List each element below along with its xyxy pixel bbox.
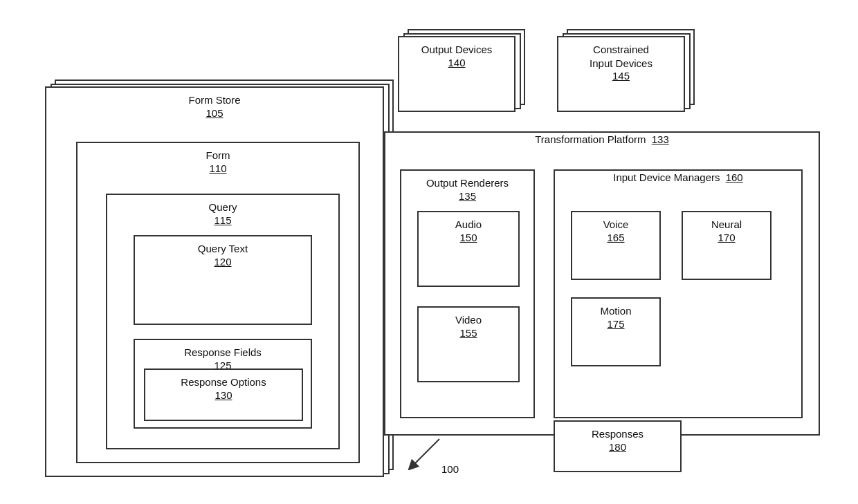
- query-number: 115: [107, 214, 338, 226]
- video-number: 155: [419, 327, 518, 339]
- input-device-managers-box: Input Device Managers 160: [554, 169, 803, 418]
- form-label: Form: [77, 149, 358, 162]
- response-options-number: 130: [145, 389, 302, 401]
- output-renderers-label: Output Renderers: [401, 176, 533, 190]
- transformation-platform-label: Transformation Platform 133: [535, 133, 669, 145]
- responses-label: Responses: [555, 427, 680, 441]
- constrained-input-box: Constrained Input Devices 145: [557, 36, 685, 112]
- response-options-label: Response Options: [145, 375, 302, 389]
- video-box: Video 155: [417, 306, 520, 382]
- response-options-box: Response Options 130: [144, 368, 303, 421]
- neural-box: Neural 170: [682, 211, 772, 280]
- audio-label: Audio: [419, 218, 518, 232]
- output-renderers-number: 135: [401, 190, 533, 202]
- neural-label: Neural: [683, 218, 770, 232]
- neural-number: 170: [683, 232, 770, 243]
- responses-number: 180: [555, 441, 680, 453]
- query-label: Query: [107, 200, 338, 214]
- voice-label: Voice: [572, 218, 659, 232]
- audio-box: Audio 150: [417, 211, 520, 287]
- form-number: 110: [77, 162, 358, 174]
- diagram: Form Store 105 Form 110 Query 115 Query …: [0, 0, 858, 504]
- motion-box: Motion 175: [571, 297, 661, 366]
- responses-box: Responses 180: [554, 420, 682, 472]
- query-text-number: 120: [135, 256, 311, 268]
- diagram-number-label: 100: [441, 463, 459, 475]
- arrow-100: [401, 429, 471, 470]
- constrained-input-label: Constrained Input Devices: [558, 43, 684, 70]
- form-store-number: 105: [46, 107, 383, 119]
- video-label: Video: [419, 313, 518, 327]
- voice-number: 165: [572, 232, 659, 243]
- query-text-box: Query Text 120: [134, 235, 312, 325]
- output-devices-box: Output Devices 140: [398, 36, 515, 112]
- query-text-label: Query Text: [135, 242, 311, 256]
- output-devices-label: Output Devices: [399, 43, 514, 57]
- constrained-input-number: 145: [558, 70, 684, 82]
- motion-number: 175: [572, 318, 659, 330]
- motion-label: Motion: [572, 304, 659, 318]
- response-fields-label: Response Fields: [135, 346, 311, 360]
- form-store-label: Form Store: [46, 93, 383, 107]
- input-device-managers-label: Input Device Managers 160: [613, 171, 742, 183]
- output-devices-number: 140: [399, 57, 514, 68]
- audio-number: 150: [419, 232, 518, 243]
- voice-box: Voice 165: [571, 211, 661, 280]
